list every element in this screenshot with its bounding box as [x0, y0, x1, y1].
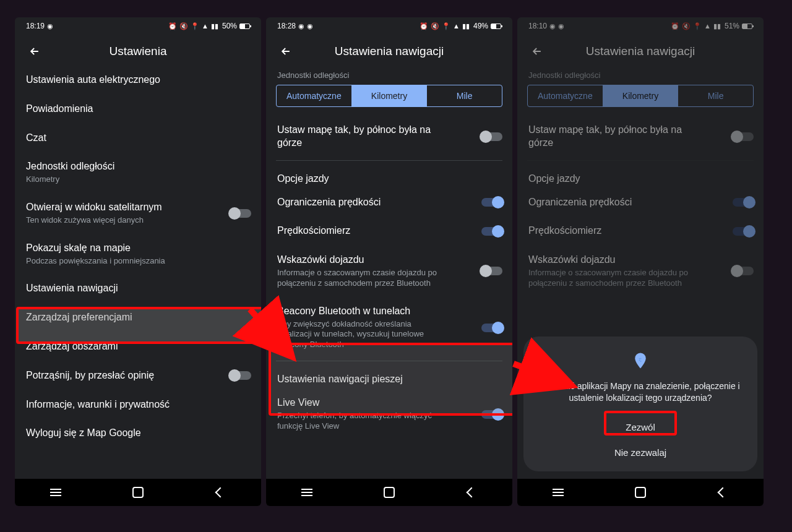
- settings-row[interactable]: Prędkościomierz: [527, 217, 754, 246]
- status-bar: 18:28 ◉ ◉ ⏰ 🔇 📍 ▲ ▮▮ 49%: [266, 17, 512, 35]
- system-navbar: [266, 479, 512, 506]
- permission-dialog: Zezwolić aplikacji Mapy na znalezienie, …: [523, 337, 757, 471]
- settings-list[interactable]: Ustawienia auta elektrycznegoPowiadomien…: [15, 66, 261, 479]
- tutorial-stage: 18:19 ◉ ⏰ 🔇 📍 ▲ ▮▮ 50% Ustawienia Ustawi…: [0, 0, 792, 532]
- row-title: Potrząśnij, by przesłać opinię: [26, 369, 220, 382]
- row-title: Otwieraj w widoku satelitarnym: [26, 201, 220, 214]
- messenger-icon: ◉: [558, 23, 564, 30]
- row-title: Prędkościomierz: [528, 225, 723, 238]
- home-button[interactable]: [632, 484, 648, 500]
- app-bar: Ustawienia nawigacji: [517, 35, 764, 68]
- nav-settings-list[interactable]: Jednostki odległościAutomatyczneKilometr…: [266, 68, 512, 479]
- settings-row[interactable]: Wskazówki dojazduInformacje o szacowanym…: [527, 246, 754, 297]
- settings-row[interactable]: Jednostki odległościKilometry: [25, 152, 251, 193]
- toggle-switch[interactable]: [481, 132, 502, 141]
- segment-option[interactable]: Kilometry: [352, 85, 428, 106]
- wifi-icon: ▲: [202, 23, 209, 30]
- system-back-button[interactable]: [715, 484, 731, 500]
- home-button[interactable]: [130, 484, 146, 500]
- app-bar: Ustawienia nawigacji: [266, 35, 512, 68]
- settings-row[interactable]: Prędkościomierz: [276, 217, 502, 246]
- wifi-icon: ▲: [704, 23, 711, 30]
- settings-row[interactable]: Ustaw mapę tak, by północ była na górze: [276, 116, 502, 158]
- recent-apps-button[interactable]: [299, 484, 315, 500]
- toggle-switch[interactable]: [481, 198, 502, 207]
- toggle-switch[interactable]: [733, 267, 754, 275]
- toggle-switch[interactable]: [481, 267, 502, 275]
- settings-row[interactable]: Ustawienia auta elektrycznego: [25, 66, 251, 95]
- settings-row[interactable]: Potrząśnij, by przesłać opinię: [25, 361, 251, 390]
- location-icon: 📍: [442, 23, 450, 30]
- mute-icon: 🔇: [179, 23, 188, 30]
- toggle-switch[interactable]: [230, 371, 251, 380]
- status-time: 18:19: [26, 22, 45, 30]
- toggle-switch[interactable]: [481, 324, 502, 332]
- settings-row[interactable]: Wyloguj się z Map Google: [25, 419, 251, 448]
- highlight-bluetooth-beacons: [269, 343, 512, 416]
- battery-percent: 50%: [222, 22, 237, 30]
- settings-row[interactable]: Ustaw mapę tak, by północ była na górze: [527, 116, 754, 158]
- status-bar: 18:10 ◉ ◉ ⏰ 🔇 📍 ▲ ▮▮ 51%: [517, 17, 764, 35]
- system-back-button[interactable]: [212, 484, 228, 500]
- battery-icon: [742, 24, 752, 29]
- units-header: Jednostki odległości: [276, 68, 502, 85]
- signal-icon: ▮▮: [462, 23, 470, 30]
- system-navbar: [517, 479, 764, 506]
- page-title: Ustawienia nawigacji: [517, 45, 764, 58]
- settings-row[interactable]: Czat: [25, 124, 251, 153]
- messenger-icon: ◉: [47, 23, 53, 30]
- recent-apps-button[interactable]: [550, 484, 566, 500]
- row-title: Ustawienia nawigacji: [26, 282, 250, 295]
- toggle-switch[interactable]: [230, 209, 251, 218]
- settings-row[interactable]: Otwieraj w widoku satelitarnymTen widok …: [25, 193, 251, 234]
- battery-percent: 49%: [473, 22, 488, 30]
- battery-percent: 51%: [725, 22, 739, 30]
- app-bar: Ustawienia: [15, 35, 261, 68]
- section-header-drive: Opcje jazdy: [527, 163, 754, 188]
- home-button[interactable]: [381, 484, 397, 500]
- messenger-icon: ◉: [298, 23, 304, 30]
- row-title: Wyloguj się z Map Google: [26, 427, 250, 440]
- toggle-switch[interactable]: [733, 198, 754, 207]
- settings-row[interactable]: Ustawienia nawigacji: [25, 274, 251, 303]
- back-button[interactable]: [272, 38, 299, 65]
- row-title: Beacony Bluetooth w tunelach: [277, 305, 471, 318]
- settings-row[interactable]: Wskazówki dojazduInformacje o szacowanym…: [276, 246, 502, 297]
- signal-icon: ▮▮: [713, 23, 721, 30]
- distance-units-segmented[interactable]: AutomatyczneKilometryMile: [527, 85, 754, 107]
- settings-row[interactable]: Ograniczenia prędkości: [527, 188, 754, 217]
- row-title: Powiadomienia: [26, 103, 250, 116]
- status-time: 18:10: [528, 22, 547, 30]
- settings-row[interactable]: Pokazuj skalę na mapiePodczas powiększan…: [25, 234, 251, 275]
- system-navbar: [15, 479, 261, 506]
- settings-row[interactable]: Informacje, warunki i prywatność: [25, 390, 251, 419]
- toggle-switch[interactable]: [481, 227, 502, 236]
- deny-button[interactable]: Nie zezwalaj: [536, 440, 745, 465]
- phone-screenshot-3: 18:10 ◉ ◉ ⏰ 🔇 📍 ▲ ▮▮ 51% Ustawienia nawi…: [517, 17, 764, 506]
- segment-option[interactable]: Automatyczne: [277, 85, 352, 106]
- settings-row[interactable]: Ograniczenia prędkości: [276, 188, 502, 217]
- location-icon: 📍: [191, 23, 199, 30]
- settings-row[interactable]: Powiadomienia: [25, 95, 251, 124]
- back-button[interactable]: [523, 38, 551, 65]
- segment-option[interactable]: Mile: [427, 85, 502, 106]
- segment-option[interactable]: Kilometry: [603, 85, 679, 106]
- alarm-icon: ⏰: [168, 23, 177, 30]
- toggle-switch[interactable]: [733, 132, 754, 141]
- back-button[interactable]: [21, 38, 48, 65]
- distance-units-segmented[interactable]: AutomatyczneKilometryMile: [276, 85, 502, 107]
- allow-button[interactable]: Zezwól: [536, 414, 745, 440]
- signal-icon: ▮▮: [211, 23, 218, 30]
- row-title: Ustaw mapę tak, by północ była na górze: [528, 124, 723, 150]
- status-time: 18:28: [277, 22, 296, 30]
- divider: [527, 160, 754, 161]
- segment-option[interactable]: Mile: [678, 85, 753, 106]
- mute-icon: 🔇: [682, 23, 691, 30]
- system-back-button[interactable]: [463, 484, 480, 500]
- messenger-icon: ◉: [549, 23, 556, 30]
- segment-option[interactable]: Automatyczne: [528, 85, 603, 106]
- row-subtitle: Podczas powiększania i pomniejszania: [26, 256, 250, 267]
- mute-icon: 🔇: [431, 23, 439, 30]
- toggle-switch[interactable]: [733, 227, 754, 236]
- recent-apps-button[interactable]: [48, 484, 64, 500]
